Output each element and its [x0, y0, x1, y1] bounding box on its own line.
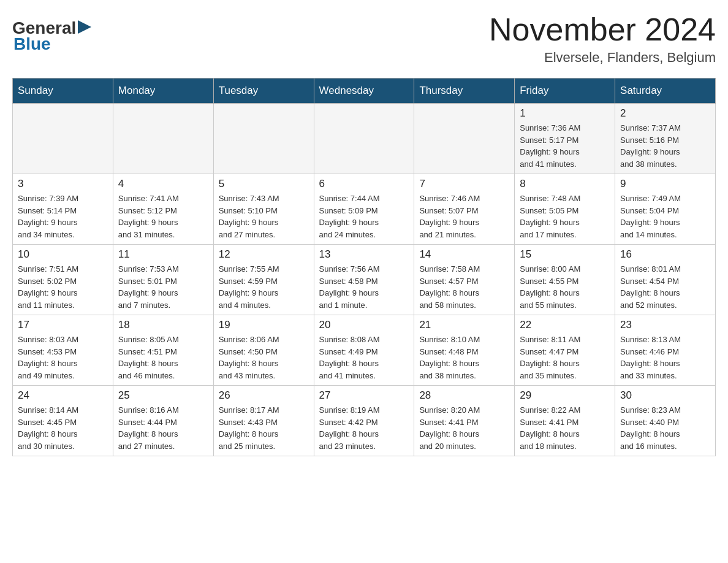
day-info: Sunrise: 8:19 AMSunset: 4:42 PMDaylight:… [319, 404, 409, 452]
day-info: Sunrise: 8:13 AMSunset: 4:46 PMDaylight:… [620, 334, 710, 381]
day-number: 2 [620, 107, 710, 120]
calendar-cell: 22Sunrise: 8:11 AMSunset: 4:47 PMDayligh… [515, 315, 615, 386]
calendar-header-tuesday: Tuesday [213, 79, 314, 104]
calendar-cell: 28Sunrise: 8:20 AMSunset: 4:41 PMDayligh… [414, 386, 515, 456]
calendar-cell: 6Sunrise: 7:44 AMSunset: 5:09 PMDaylight… [314, 174, 414, 245]
page-header: General Blue November 2024 Elversele, Fl… [12, 12, 716, 66]
calendar-cell: 8Sunrise: 7:48 AMSunset: 5:05 PMDaylight… [515, 174, 615, 245]
day-info: Sunrise: 8:23 AMSunset: 4:40 PMDaylight:… [620, 404, 710, 452]
calendar-table: SundayMondayTuesdayWednesdayThursdayFrid… [12, 78, 716, 456]
calendar-header-friday: Friday [515, 79, 615, 104]
day-info: Sunrise: 7:53 AMSunset: 5:01 PMDaylight:… [118, 263, 208, 311]
day-number: 19 [219, 319, 309, 331]
calendar-cell: 13Sunrise: 7:56 AMSunset: 4:58 PMDayligh… [314, 245, 414, 315]
calendar-week-row: 1Sunrise: 7:36 AMSunset: 5:17 PMDaylight… [13, 104, 716, 174]
day-info: Sunrise: 7:39 AMSunset: 5:14 PMDaylight:… [18, 193, 108, 240]
day-info: Sunrise: 7:49 AMSunset: 5:04 PMDaylight:… [620, 193, 710, 240]
logo-triangle-icon [78, 20, 91, 34]
calendar-week-row: 10Sunrise: 7:51 AMSunset: 5:02 PMDayligh… [13, 245, 716, 315]
calendar-cell [414, 104, 515, 174]
location-text: Elversele, Flanders, Belgium [489, 50, 716, 66]
svg-marker-0 [78, 20, 91, 34]
day-info: Sunrise: 7:41 AMSunset: 5:12 PMDaylight:… [118, 193, 208, 240]
calendar-cell: 10Sunrise: 7:51 AMSunset: 5:02 PMDayligh… [13, 245, 113, 315]
calendar-cell: 24Sunrise: 8:14 AMSunset: 4:45 PMDayligh… [13, 386, 113, 456]
calendar-cell: 21Sunrise: 8:10 AMSunset: 4:48 PMDayligh… [414, 315, 515, 386]
logo-blue-row: Blue [13, 34, 51, 54]
calendar-cell: 20Sunrise: 8:08 AMSunset: 4:49 PMDayligh… [314, 315, 414, 386]
day-number: 15 [520, 248, 610, 261]
day-number: 4 [118, 178, 208, 190]
day-number: 14 [419, 248, 509, 261]
day-number: 23 [620, 319, 710, 331]
day-info: Sunrise: 8:06 AMSunset: 4:50 PMDaylight:… [219, 334, 309, 381]
day-number: 5 [219, 178, 309, 190]
day-number: 1 [520, 107, 610, 120]
calendar-cell: 18Sunrise: 8:05 AMSunset: 4:51 PMDayligh… [113, 315, 213, 386]
title-section: November 2024 Elversele, Flanders, Belgi… [489, 12, 716, 66]
calendar-cell: 11Sunrise: 7:53 AMSunset: 5:01 PMDayligh… [113, 245, 213, 315]
calendar-cell: 1Sunrise: 7:36 AMSunset: 5:17 PMDaylight… [515, 104, 615, 174]
day-number: 10 [18, 248, 108, 261]
day-number: 30 [620, 389, 710, 402]
calendar-cell: 16Sunrise: 8:01 AMSunset: 4:54 PMDayligh… [615, 245, 716, 315]
day-number: 26 [219, 389, 309, 402]
day-number: 25 [118, 389, 208, 402]
calendar-cell: 14Sunrise: 7:58 AMSunset: 4:57 PMDayligh… [414, 245, 515, 315]
day-number: 13 [319, 248, 409, 261]
calendar-cell [113, 104, 213, 174]
day-number: 28 [419, 389, 509, 402]
day-info: Sunrise: 7:55 AMSunset: 4:59 PMDaylight:… [219, 263, 309, 311]
calendar-cell: 30Sunrise: 8:23 AMSunset: 4:40 PMDayligh… [615, 386, 716, 456]
calendar-cell: 29Sunrise: 8:22 AMSunset: 4:41 PMDayligh… [515, 386, 615, 456]
day-info: Sunrise: 7:43 AMSunset: 5:10 PMDaylight:… [219, 193, 309, 240]
day-number: 12 [219, 248, 309, 261]
calendar-cell: 25Sunrise: 8:16 AMSunset: 4:44 PMDayligh… [113, 386, 213, 456]
day-info: Sunrise: 8:03 AMSunset: 4:53 PMDaylight:… [18, 334, 108, 381]
day-info: Sunrise: 8:11 AMSunset: 4:47 PMDaylight:… [520, 334, 610, 381]
day-info: Sunrise: 7:44 AMSunset: 5:09 PMDaylight:… [319, 193, 409, 240]
day-info: Sunrise: 7:48 AMSunset: 5:05 PMDaylight:… [520, 193, 610, 240]
day-info: Sunrise: 8:14 AMSunset: 4:45 PMDaylight:… [18, 404, 108, 452]
calendar-cell: 7Sunrise: 7:46 AMSunset: 5:07 PMDaylight… [414, 174, 515, 245]
day-number: 24 [18, 389, 108, 402]
day-info: Sunrise: 8:10 AMSunset: 4:48 PMDaylight:… [419, 334, 509, 381]
day-number: 3 [18, 178, 108, 190]
day-info: Sunrise: 7:36 AMSunset: 5:17 PMDaylight:… [520, 122, 610, 170]
calendar-week-row: 24Sunrise: 8:14 AMSunset: 4:45 PMDayligh… [13, 386, 716, 456]
calendar-header-sunday: Sunday [13, 79, 113, 104]
calendar-cell: 9Sunrise: 7:49 AMSunset: 5:04 PMDaylight… [615, 174, 716, 245]
day-info: Sunrise: 7:58 AMSunset: 4:57 PMDaylight:… [419, 263, 509, 311]
calendar-cell: 5Sunrise: 7:43 AMSunset: 5:10 PMDaylight… [213, 174, 314, 245]
calendar-cell: 4Sunrise: 7:41 AMSunset: 5:12 PMDaylight… [113, 174, 213, 245]
day-number: 11 [118, 248, 208, 261]
calendar-cell: 15Sunrise: 8:00 AMSunset: 4:55 PMDayligh… [515, 245, 615, 315]
day-info: Sunrise: 8:05 AMSunset: 4:51 PMDaylight:… [118, 334, 208, 381]
calendar-header-saturday: Saturday [615, 79, 716, 104]
calendar-week-row: 3Sunrise: 7:39 AMSunset: 5:14 PMDaylight… [13, 174, 716, 245]
day-number: 17 [18, 319, 108, 331]
day-info: Sunrise: 8:00 AMSunset: 4:55 PMDaylight:… [520, 263, 610, 311]
calendar-cell: 12Sunrise: 7:55 AMSunset: 4:59 PMDayligh… [213, 245, 314, 315]
day-number: 27 [319, 389, 409, 402]
calendar-cell [13, 104, 113, 174]
calendar-cell: 23Sunrise: 8:13 AMSunset: 4:46 PMDayligh… [615, 315, 716, 386]
calendar-cell: 26Sunrise: 8:17 AMSunset: 4:43 PMDayligh… [213, 386, 314, 456]
calendar-cell: 2Sunrise: 7:37 AMSunset: 5:16 PMDaylight… [615, 104, 716, 174]
logo-blue-label: Blue [13, 34, 51, 54]
day-info: Sunrise: 8:22 AMSunset: 4:41 PMDaylight:… [520, 404, 610, 452]
calendar-header-wednesday: Wednesday [314, 79, 414, 104]
calendar-cell: 17Sunrise: 8:03 AMSunset: 4:53 PMDayligh… [13, 315, 113, 386]
day-info: Sunrise: 7:51 AMSunset: 5:02 PMDaylight:… [18, 263, 108, 311]
day-number: 16 [620, 248, 710, 261]
day-info: Sunrise: 8:01 AMSunset: 4:54 PMDaylight:… [620, 263, 710, 311]
calendar-week-row: 17Sunrise: 8:03 AMSunset: 4:53 PMDayligh… [13, 315, 716, 386]
day-info: Sunrise: 7:37 AMSunset: 5:16 PMDaylight:… [620, 122, 710, 170]
day-info: Sunrise: 7:56 AMSunset: 4:58 PMDaylight:… [319, 263, 409, 311]
month-title: November 2024 [489, 12, 716, 47]
calendar-cell [213, 104, 314, 174]
day-number: 7 [419, 178, 509, 190]
calendar-header-row: SundayMondayTuesdayWednesdayThursdayFrid… [13, 79, 716, 104]
day-number: 9 [620, 178, 710, 190]
day-number: 29 [520, 389, 610, 402]
